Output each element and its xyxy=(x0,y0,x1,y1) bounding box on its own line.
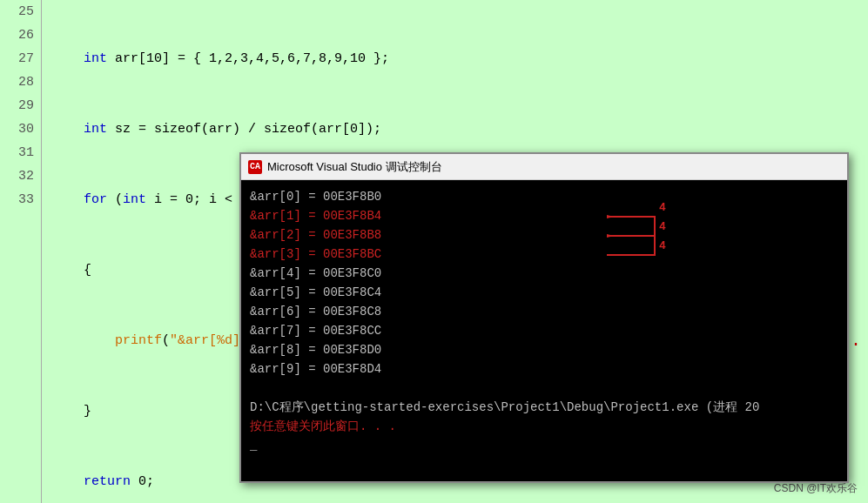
watermark: CSDN @IT欢乐谷 xyxy=(774,481,858,496)
console-output-1: &arr[1] = 00E3F8B4 xyxy=(250,206,838,225)
line-num-33: 33 xyxy=(7,188,34,211)
console-output-8: &arr[8] = 00E3F8D0 xyxy=(250,340,838,359)
console-output-9: &arr[9] = 00E3F8D4 xyxy=(250,359,838,379)
line-num-26: 26 xyxy=(7,23,34,47)
line-num-25: 25 xyxy=(7,0,34,23)
console-output-0: &arr[0] = 00E3F8B0 xyxy=(250,187,838,206)
watermark-text: CSDN @IT欢乐谷 xyxy=(774,482,858,494)
console-output-3: &arr[3] = 00E3F8BC xyxy=(250,245,838,264)
console-body: &arr[0] = 00E3F8B0 &arr[1] = 00E3F8B4 &a… xyxy=(241,180,847,481)
console-output-7: &arr[7] = 00E3F8CC xyxy=(250,321,838,340)
svg-marker-1 xyxy=(607,234,614,238)
code-line-26: int sz = sizeof(arr) / sizeof(arr[0]); xyxy=(52,117,868,141)
line-num-27: 27 xyxy=(7,47,34,70)
error-dot: . xyxy=(851,329,861,352)
line-numbers: 25 26 27 28 29 30 31 32 33 xyxy=(0,0,42,503)
console-window: CA Microsoft Visual Studio 调试控制台 &arr[0]… xyxy=(239,152,849,483)
line-num-30: 30 xyxy=(7,117,34,141)
console-icon-label: CA xyxy=(250,162,260,171)
annotation-4-third: 4 xyxy=(659,239,666,252)
console-titlebar: CA Microsoft Visual Studio 调试控制台 xyxy=(241,154,847,180)
console-output-4: &arr[4] = 00E3F8C0 xyxy=(250,264,838,283)
console-icon: CA xyxy=(248,160,262,174)
console-title: Microsoft Visual Studio 调试控制台 xyxy=(267,159,840,175)
code-line-25: int arr[10] = { 1,2,3,4,5,6,7,8,9,10 }; xyxy=(52,47,868,70)
line-num-29: 29 xyxy=(7,94,34,117)
annotation-4-second: 4 xyxy=(659,220,666,233)
console-blank xyxy=(250,379,838,398)
console-output-2: &arr[2] = 00E3F8B8 xyxy=(250,225,838,245)
console-press-key: 按任意键关闭此窗口. . . xyxy=(250,417,838,436)
line-num-32: 32 xyxy=(7,164,34,188)
console-output-5: &arr[5] = 00E3F8C4 xyxy=(250,283,838,302)
annotation-4-first: 4 xyxy=(659,201,666,214)
line-num-28: 28 xyxy=(7,70,34,94)
console-output-6: &arr[6] = 00E3F8C8 xyxy=(250,302,838,321)
svg-marker-0 xyxy=(607,215,614,218)
line-num-31: 31 xyxy=(7,141,34,164)
console-path: D:\C程序\getting-started-exercises\Project… xyxy=(250,398,838,417)
console-cursor: _ xyxy=(250,436,838,455)
